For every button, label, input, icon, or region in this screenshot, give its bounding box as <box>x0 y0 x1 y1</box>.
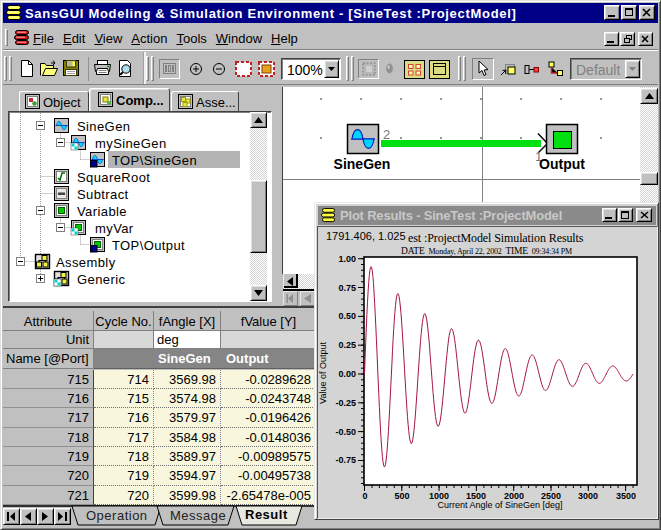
svg-text:500: 500 <box>394 491 409 501</box>
svg-text:0.50: 0.50 <box>338 311 356 321</box>
svg-text:3000: 3000 <box>578 491 598 501</box>
svg-text:-0.25: -0.25 <box>335 398 356 408</box>
svg-text:0.25: 0.25 <box>338 340 356 350</box>
svg-text:-0.75: -0.75 <box>335 455 356 465</box>
svg-text:Output: Output <box>539 156 585 172</box>
svg-text:0.75: 0.75 <box>338 283 356 293</box>
svg-text:0.00: 0.00 <box>338 369 356 379</box>
svg-text:-0.50: -0.50 <box>335 427 356 437</box>
svg-text:3500: 3500 <box>616 491 636 501</box>
svg-text:0: 0 <box>362 491 367 501</box>
svg-text:1.00: 1.00 <box>338 254 356 264</box>
svg-text:2: 2 <box>383 127 390 142</box>
svg-text:SineGen: SineGen <box>334 156 391 172</box>
